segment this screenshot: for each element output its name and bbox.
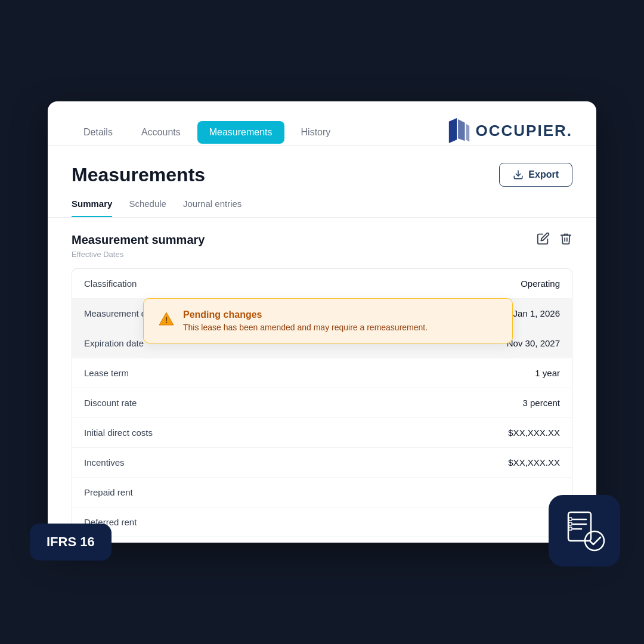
table-row: Discount rate 3 percent [72,388,572,418]
row-value-measurement-date: Jan 1, 2026 [513,308,560,318]
subtab-schedule[interactable]: Schedule [129,199,166,217]
export-icon [513,169,524,180]
svg-rect-8 [569,527,572,530]
edit-icon[interactable] [537,232,550,247]
top-navigation: Details Accounts Measurements History OC… [48,101,596,146]
export-button[interactable]: Export [499,163,572,187]
logo: OCCUPIER. [448,118,572,143]
checklist-badge [549,495,620,566]
nav-tabs-container: Details Accounts Measurements History [72,121,448,143]
row-value-incentives: $XX,XXX.XX [508,457,560,467]
sub-tabs: Summary Schedule Journal entries [48,187,596,218]
warning-icon: ! [158,311,175,327]
occupier-logo-icon [448,118,470,143]
row-value-initial-direct-costs: $XX,XXX.XX [508,428,560,438]
toast-message: This lease has been amended and may requ… [183,323,428,332]
page-header: Measurements Export [48,146,596,187]
tab-history[interactable]: History [289,121,343,144]
checklist-icon [564,510,605,552]
section-subtitle: Effective Dates [48,250,596,268]
row-label-classification: Classification [84,278,137,289]
svg-text:!: ! [165,315,168,325]
subtab-summary[interactable]: Summary [72,199,112,217]
row-value-lease-term: 1 year [535,368,560,378]
section-title: Measurement summary [72,233,205,247]
ifrs-badge-label: IFRS 16 [47,534,95,549]
section-header: Measurement summary [48,218,596,250]
tab-details[interactable]: Details [72,121,125,144]
table-row: Lease term 1 year [72,358,572,388]
page-title: Measurements [72,164,205,186]
table-row: Classification Operating [72,269,572,299]
table-row: Deferred rent [72,507,572,537]
row-value-classification: Operating [521,278,560,289]
tab-measurements[interactable]: Measurements [197,121,284,144]
row-label-expiration-date: Expiration date [84,338,144,348]
row-value-expiration-date: Nov 30, 2027 [507,338,560,348]
row-label-prepaid-rent: Prepaid rent [84,487,133,497]
svg-rect-6 [569,518,572,521]
table-area: Classification Operating Measurement dat… [48,268,596,537]
table-row: Initial direct costs $XX,XXX.XX [72,418,572,448]
outer-background: Details Accounts Measurements History OC… [0,0,644,644]
toast-content: Pending changes This lease has been amen… [183,309,428,332]
svg-rect-2 [568,512,591,541]
tab-accounts[interactable]: Accounts [129,121,193,144]
table-row: Prepaid rent [72,478,572,507]
svg-rect-7 [569,522,572,525]
table-row: Incentives $XX,XXX.XX [72,448,572,478]
delete-icon[interactable] [559,232,572,247]
subtab-journal-entries[interactable]: Journal entries [183,199,242,217]
toast-title: Pending changes [183,309,428,320]
section-actions [537,232,572,247]
row-label-lease-term: Lease term [84,368,129,378]
row-value-discount-rate: 3 percent [522,398,560,408]
pending-changes-toast: ! Pending changes This lease has been am… [143,298,513,343]
ifrs-badge: IFRS 16 [30,524,112,561]
row-label-incentives: Incentives [84,457,125,467]
row-label-discount-rate: Discount rate [84,398,137,408]
row-label-initial-direct-costs: Initial direct costs [84,428,153,438]
export-label: Export [528,169,559,180]
main-card: Details Accounts Measurements History OC… [48,101,596,543]
occupier-logo-text: OCCUPIER. [476,122,572,140]
